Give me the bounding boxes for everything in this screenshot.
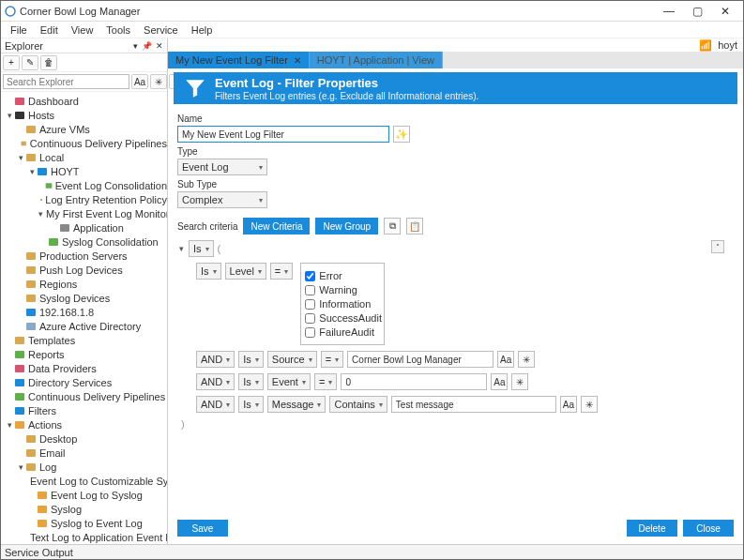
root-op-select[interactable]: Is (189, 240, 214, 257)
case-toggle[interactable]: Aa (560, 396, 577, 413)
tree-item[interactable]: Filters (1, 403, 167, 417)
regex-toggle[interactable]: ✳ (581, 396, 598, 413)
level-cmp-select[interactable]: = (270, 263, 293, 280)
expand-icon[interactable]: ▾ (5, 420, 14, 430)
level-checkbox[interactable] (305, 285, 315, 295)
tab-close-icon[interactable]: ✕ (294, 55, 301, 66)
tree-item[interactable]: Azure Active Directory (1, 319, 167, 333)
menu-view[interactable]: View (66, 23, 99, 37)
level-option[interactable]: FailureAudit (305, 326, 380, 338)
message-cmp-select[interactable]: Contains (329, 396, 387, 413)
menu-tools[interactable]: Tools (100, 23, 136, 37)
level-option[interactable]: Error (305, 270, 380, 281)
expand-icon[interactable]: ▾ (5, 111, 14, 120)
message-op-select[interactable]: Is (238, 396, 264, 413)
tree-item[interactable]: Templates (1, 333, 167, 347)
expand-icon[interactable]: ▾ (27, 167, 37, 176)
message-bool-select[interactable]: AND (196, 396, 235, 413)
tree-item[interactable]: Regions (1, 277, 167, 291)
scroll-up-icon[interactable]: ˄ (711, 240, 724, 253)
window-minimize[interactable]: — (655, 2, 683, 21)
pin-icon[interactable]: 📌 (142, 41, 152, 51)
event-bool-select[interactable]: AND (196, 373, 235, 390)
tree-item[interactable]: Syslog to Event Log (1, 516, 167, 530)
tree-item[interactable]: Log Entry Retention Policy (1, 192, 167, 206)
tree-item[interactable]: Email (1, 446, 167, 460)
level-option[interactable]: Warning (305, 284, 380, 295)
tree-item[interactable]: Desktop (1, 431, 167, 446)
case-toggle[interactable]: Aa (497, 351, 514, 368)
explorer-close-icon[interactable]: ✕ (156, 41, 163, 51)
tree-item[interactable]: ▾Log (1, 460, 167, 474)
tree-item[interactable]: 192.168.1.8 (1, 305, 167, 319)
tree-item[interactable]: ▾My First Event Log Monitor (1, 206, 167, 220)
tree-item[interactable]: ▾Local (1, 150, 167, 164)
event-op-select[interactable]: Is (238, 373, 264, 390)
search-input[interactable] (3, 74, 129, 89)
expand-icon[interactable]: ▾ (16, 462, 25, 472)
close-button[interactable]: Close (683, 520, 734, 537)
new-group-button[interactable]: New Group (315, 218, 378, 235)
tree-item[interactable]: Continuous Delivery Pipelines (1, 389, 167, 403)
level-checkbox[interactable] (305, 327, 315, 338)
name-input[interactable] (177, 126, 389, 143)
menu-file[interactable]: File (5, 23, 33, 37)
tree-item[interactable]: Reports (1, 347, 167, 361)
event-value-input[interactable] (341, 373, 487, 390)
new-criteria-button[interactable]: New Criteria (243, 218, 310, 235)
autogenerate-icon[interactable]: ✨ (393, 126, 410, 143)
expand-icon[interactable]: ▾ (38, 209, 43, 219)
tree-item[interactable]: Event Log Consolidation (1, 178, 167, 192)
delete-button[interactable]: 🗑 (40, 55, 57, 70)
tree-item[interactable]: Production Servers (1, 249, 167, 263)
tree-item[interactable]: Dashboard (1, 94, 167, 108)
tree-item[interactable]: Event Log to Syslog (1, 488, 167, 502)
tree-item[interactable]: Text Log to Application Event Log (1, 530, 167, 544)
tree-item[interactable]: Application (1, 220, 167, 235)
tree-item[interactable]: ▾Hosts (1, 108, 167, 122)
level-checkbox[interactable] (305, 271, 315, 281)
source-cmp-select[interactable]: = (321, 351, 343, 368)
menu-service[interactable]: Service (138, 23, 184, 37)
tab[interactable]: My New Event Log Filter✕ (168, 52, 310, 68)
copy-icon[interactable]: ⧉ (384, 218, 401, 235)
tree-item[interactable]: Azure VMs (1, 122, 167, 136)
tree-item[interactable]: Continuous Delivery Pipelines (1, 136, 167, 150)
message-value-input[interactable] (391, 396, 556, 413)
subtype-select[interactable]: Complex (177, 191, 267, 208)
case-button[interactable]: Aa (131, 74, 148, 89)
tree-item[interactable]: Syslog Devices (1, 291, 167, 305)
menu-help[interactable]: Help (186, 23, 219, 37)
level-op-select[interactable]: Is (196, 263, 221, 280)
tree-item[interactable]: ▾HOYT (1, 164, 167, 178)
tree-item[interactable]: Directory Services (1, 375, 167, 389)
level-option[interactable]: Information (305, 298, 380, 310)
type-select[interactable]: Event Log (177, 159, 267, 175)
event-cmp-select[interactable]: = (314, 373, 337, 390)
window-maximize[interactable]: ▢ (683, 2, 711, 21)
group-toggle[interactable]: ▾ (177, 244, 185, 253)
source-value-input[interactable] (347, 351, 493, 368)
level-checkbox[interactable] (305, 299, 315, 310)
add-button[interactable]: + (3, 55, 20, 70)
delete-button[interactable]: Delete (627, 520, 677, 537)
regex-toggle[interactable]: ✳ (518, 351, 535, 368)
tree-item[interactable]: Syslog (1, 502, 167, 516)
tree-item[interactable]: ▾Actions (1, 417, 167, 431)
tree-item[interactable]: Event Log to Customizable Syslog (1, 474, 167, 488)
explorer-dropdown-icon[interactable]: ▾ (133, 41, 138, 51)
event-field-select[interactable]: Event (267, 373, 311, 390)
save-button[interactable]: Save (177, 520, 228, 537)
level-field-select[interactable]: Level (225, 263, 266, 280)
level-checkbox[interactable] (305, 313, 315, 324)
message-field-select[interactable]: Message (267, 396, 326, 413)
menu-edit[interactable]: Edit (35, 23, 64, 37)
source-bool-select[interactable]: AND (196, 351, 235, 368)
window-close[interactable]: ✕ (711, 2, 739, 21)
tree-item[interactable]: Push Log Devices (1, 263, 167, 277)
edit-button[interactable]: ✎ (22, 55, 38, 70)
tab[interactable]: HOYT | Application | View (310, 52, 443, 68)
paste-icon[interactable]: 📋 (406, 218, 423, 235)
source-op-select[interactable]: Is (238, 351, 264, 368)
tree-item[interactable]: Data Providers (1, 361, 167, 375)
